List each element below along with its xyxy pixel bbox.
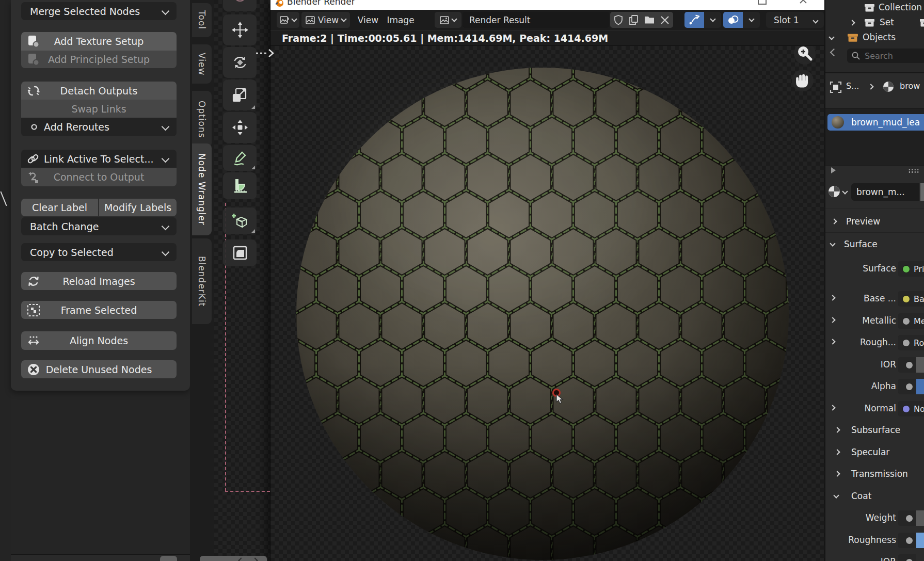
modify-labels-button[interactable]: Modify Labels [99, 199, 177, 216]
swap-links-button[interactable]: Swap Links [21, 100, 177, 118]
rotate-tool-button[interactable] [223, 47, 257, 78]
merge-selected-nodes-dropdown[interactable]: Merge Selected Nodes [21, 2, 177, 20]
surface-socket-field[interactable]: Pri [898, 261, 924, 277]
add-texture-setup-button[interactable]: Add Texture Setup [21, 32, 177, 51]
copy-icon[interactable] [626, 14, 642, 26]
render-border-dashed-bottom [225, 491, 270, 492]
overlays-dropdown[interactable] [743, 12, 760, 28]
detach-outputs-button[interactable]: Detach Outputs [21, 82, 177, 100]
align-nodes-button[interactable]: Align Nodes [21, 331, 177, 350]
slot-dropdown[interactable]: Slot 1 [766, 12, 824, 28]
menu-image[interactable]: Image [385, 12, 416, 28]
alpha-slider[interactable] [916, 379, 924, 394]
subsurface-subpanel[interactable]: Subsurface [825, 421, 924, 440]
specular-subpanel[interactable]: Specular [825, 443, 924, 462]
reload-images-button[interactable]: Reload Images [21, 272, 177, 290]
alpha-socket[interactable] [898, 379, 916, 394]
measure-tool-button[interactable] [223, 172, 257, 199]
material-slot-selected[interactable]: brown_mud_lea [827, 114, 924, 131]
add-principled-setup-button[interactable]: Add Principled Setup [21, 51, 177, 68]
gizmos-toggle[interactable] [684, 12, 704, 28]
corner-tool-button[interactable] [223, 239, 257, 266]
gizmos-dropdown[interactable] [704, 12, 721, 28]
add-primitive-button[interactable] [223, 207, 257, 234]
coat-roughness-socket[interactable] [898, 533, 916, 548]
coat-weight-socket[interactable] [898, 510, 916, 526]
display-mode-dropdown[interactable]: View [301, 12, 350, 28]
search-input[interactable] [864, 51, 917, 61]
transmission-subpanel[interactable]: Transmission [825, 465, 924, 484]
footer-button-partial[interactable] [160, 556, 177, 561]
material-sphere-icon[interactable] [827, 185, 841, 198]
footer-pager-partial[interactable] [200, 556, 267, 561]
tab-options[interactable]: Options [192, 91, 212, 148]
ior-slider[interactable] [916, 357, 924, 373]
close-icon[interactable] [799, 0, 807, 4]
metallic-socket-field[interactable]: Me [898, 313, 924, 329]
maximize-icon[interactable] [758, 0, 767, 5]
breadcrumb-scene[interactable]: S... [846, 81, 859, 91]
add-reroutes-dropdown[interactable]: Add Reroutes [21, 118, 177, 136]
tab-blenderkit[interactable]: BlenderKit [192, 238, 212, 324]
resize-grip[interactable] [908, 168, 919, 173]
material-thumbnail [832, 116, 844, 129]
window-titlebar[interactable]: Blender Render [270, 0, 825, 10]
shield-fake-user-icon[interactable] [611, 14, 626, 26]
delete-x-icon [26, 362, 41, 377]
add-texture-label: Add Texture Setup [54, 36, 144, 47]
transform-tool-button[interactable] [223, 112, 257, 143]
pan-button[interactable] [792, 70, 814, 91]
expand-icon[interactable] [849, 20, 855, 25]
frame-selected-button[interactable]: Frame Selected [21, 301, 177, 319]
delete-unused-nodes-button[interactable]: Delete Unused Nodes [21, 360, 177, 378]
cursor-tool-button[interactable] [223, 0, 257, 11]
reload-images-label: Reload Images [62, 276, 135, 287]
prop-row-metallic: Metallic Me [825, 312, 924, 330]
outliner-row-set[interactable]: Set [825, 16, 924, 29]
clear-label-button[interactable]: Clear Label [21, 199, 98, 216]
socket-value: Pri [914, 264, 924, 274]
coat-roughness-slider[interactable] [916, 533, 924, 548]
coat-ior-socket[interactable] [898, 554, 916, 561]
copy-to-selected-dropdown[interactable]: Copy to Selected [21, 243, 177, 261]
search-field[interactable] [847, 49, 924, 63]
image-browse-dropdown[interactable] [435, 12, 461, 28]
scale-tool-button[interactable] [223, 79, 257, 110]
chevron-down-icon [748, 16, 754, 22]
menu-view[interactable]: View [355, 12, 381, 28]
collapse-icon[interactable] [829, 34, 834, 40]
connect-to-output-button[interactable]: Connect to Output [21, 168, 177, 186]
material-name-field[interactable]: brown_m... [851, 183, 919, 201]
surface-section-header[interactable]: Surface [825, 235, 924, 254]
preview-section-header[interactable]: Preview [825, 213, 924, 231]
coat-weight-slider[interactable] [916, 510, 924, 526]
unlink-x-icon[interactable] [657, 14, 673, 26]
coat-subpanel[interactable]: Coat [825, 487, 924, 506]
delete-unused-label: Delete Unused Nodes [46, 364, 152, 375]
outliner-row-objects[interactable]: Objects [825, 31, 924, 44]
chevron-down-icon [162, 123, 170, 131]
tab-node-wrangler[interactable]: Node Wrangler [192, 143, 212, 235]
editor-type-dropdown[interactable] [277, 12, 299, 28]
outliner-row-collection[interactable]: Collection [825, 1, 924, 14]
move-tool-button[interactable] [223, 14, 257, 45]
link-active-to-selected-dropdown[interactable]: Link Active To Select... [21, 150, 177, 168]
base-color-socket-field[interactable]: Ba [898, 291, 924, 307]
ior-socket[interactable] [898, 357, 916, 373]
normal-socket-field[interactable]: No [898, 401, 924, 416]
zoom-button[interactable] [794, 45, 816, 65]
annotate-tool-button[interactable] [223, 145, 257, 171]
folder-open-icon[interactable] [642, 14, 657, 26]
chevron-down-icon[interactable] [842, 188, 848, 194]
mouse-cursor [556, 394, 565, 405]
image-name: Render Result [469, 15, 530, 25]
breadcrumb-material[interactable]: brow [900, 81, 920, 91]
fake-user-button-partial[interactable] [920, 183, 924, 201]
image-name-field[interactable]: Render Result [463, 12, 609, 28]
tab-view[interactable]: View [192, 44, 212, 84]
overlays-toggle[interactable] [723, 12, 743, 28]
expand-arrow-icon[interactable] [831, 167, 836, 173]
tab-tool[interactable]: Tool [192, 3, 212, 37]
roughness-socket-field[interactable]: Ro [898, 335, 924, 350]
batch-change-dropdown[interactable]: Batch Change [21, 217, 177, 235]
